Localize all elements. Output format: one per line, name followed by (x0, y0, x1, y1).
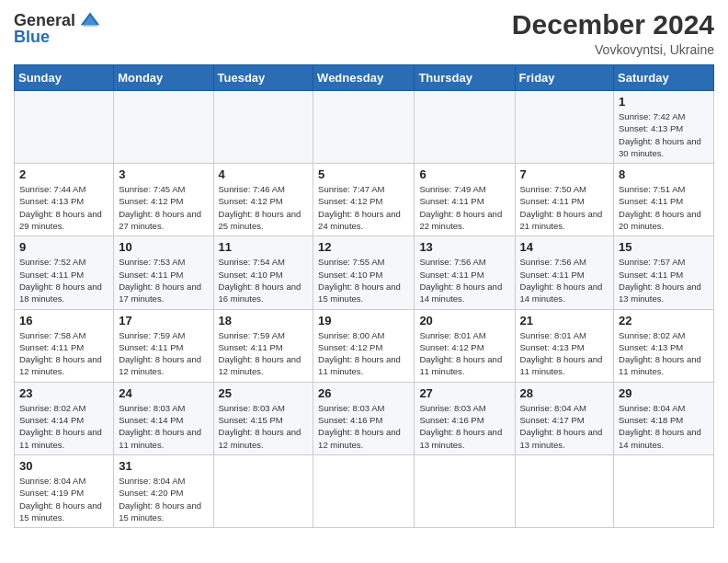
calendar-week-row: 30Sunrise: 8:04 AMSunset: 4:19 PMDayligh… (15, 454, 714, 527)
day-number: 23 (19, 386, 108, 400)
calendar-cell: 18Sunrise: 7:59 AMSunset: 4:11 PMDayligh… (213, 309, 313, 382)
day-detail: Sunrise: 7:53 AMSunset: 4:11 PMDaylight:… (119, 256, 208, 304)
day-detail: Sunrise: 8:02 AMSunset: 4:14 PMDaylight:… (19, 402, 108, 451)
day-detail: Sunrise: 8:01 AMSunset: 4:12 PMDaylight:… (419, 329, 509, 378)
calendar-cell: 28Sunrise: 8:04 AMSunset: 4:17 PMDayligh… (515, 382, 614, 454)
calendar-cell: 29Sunrise: 8:04 AMSunset: 4:18 PMDayligh… (614, 382, 714, 454)
day-number: 28 (520, 386, 609, 400)
col-header-saturday: Saturday (614, 65, 714, 91)
col-header-friday: Friday (515, 65, 614, 91)
calendar-cell: 11Sunrise: 7:54 AMSunset: 4:10 PMDayligh… (213, 236, 313, 309)
day-number: 17 (119, 314, 208, 327)
logo-blue: Blue (14, 28, 50, 46)
day-detail: Sunrise: 7:47 AMSunset: 4:12 PMDaylight:… (318, 183, 409, 232)
day-detail: Sunrise: 8:01 AMSunset: 4:13 PMDaylight:… (520, 329, 609, 378)
day-number: 6 (419, 167, 509, 181)
calendar-cell (313, 91, 415, 164)
day-detail: Sunrise: 7:49 AMSunset: 4:11 PMDaylight:… (419, 183, 509, 232)
day-detail: Sunrise: 8:03 AMSunset: 4:15 PMDaylight:… (219, 402, 309, 451)
day-number: 25 (219, 386, 309, 400)
col-header-sunday: Sunday (15, 65, 114, 91)
day-number: 1 (619, 95, 709, 109)
calendar-cell: 22Sunrise: 8:02 AMSunset: 4:13 PMDayligh… (614, 309, 714, 382)
day-detail: Sunrise: 7:58 AMSunset: 4:11 PMDaylight:… (19, 329, 108, 378)
day-number: 13 (419, 240, 509, 254)
day-number: 7 (520, 167, 609, 181)
calendar-cell: 2Sunrise: 7:44 AMSunset: 4:13 PMDaylight… (15, 164, 114, 236)
day-detail: Sunrise: 8:02 AMSunset: 4:13 PMDaylight:… (619, 329, 709, 378)
day-number: 4 (219, 167, 309, 181)
day-detail: Sunrise: 7:50 AMSunset: 4:11 PMDaylight:… (520, 183, 609, 232)
calendar-cell: 27Sunrise: 8:03 AMSunset: 4:16 PMDayligh… (415, 382, 515, 454)
day-number: 26 (318, 386, 409, 400)
calendar-cell: 19Sunrise: 8:00 AMSunset: 4:12 PMDayligh… (313, 309, 415, 382)
day-number: 27 (419, 386, 509, 400)
col-header-tuesday: Tuesday (213, 65, 313, 91)
calendar-cell (515, 91, 614, 164)
calendar-cell (213, 454, 313, 527)
day-detail: Sunrise: 7:55 AMSunset: 4:10 PMDaylight:… (318, 256, 409, 304)
calendar-week-row: 2Sunrise: 7:44 AMSunset: 4:13 PMDaylight… (15, 164, 714, 236)
calendar-cell: 20Sunrise: 8:01 AMSunset: 4:12 PMDayligh… (415, 309, 515, 382)
day-number: 24 (119, 386, 208, 400)
calendar-cell (313, 454, 415, 527)
calendar-cell: 23Sunrise: 8:02 AMSunset: 4:14 PMDayligh… (15, 382, 114, 454)
day-detail: Sunrise: 8:03 AMSunset: 4:16 PMDaylight:… (318, 402, 409, 451)
day-detail: Sunrise: 7:59 AMSunset: 4:11 PMDaylight:… (219, 329, 309, 378)
calendar-cell: 5Sunrise: 7:47 AMSunset: 4:12 PMDaylight… (313, 164, 415, 236)
day-detail: Sunrise: 7:56 AMSunset: 4:11 PMDaylight:… (419, 256, 509, 304)
calendar-cell: 1Sunrise: 7:42 AMSunset: 4:13 PMDaylight… (614, 91, 714, 164)
title-section: December 2024 Vovkovyntsi, Ukraine (512, 9, 714, 57)
logo: General Blue (14, 9, 101, 47)
day-number: 20 (419, 314, 509, 327)
location: Vovkovyntsi, Ukraine (512, 42, 714, 57)
day-number: 21 (520, 314, 609, 327)
calendar-cell: 15Sunrise: 7:57 AMSunset: 4:11 PMDayligh… (614, 236, 714, 309)
day-detail: Sunrise: 7:45 AMSunset: 4:12 PMDaylight:… (119, 183, 208, 232)
day-detail: Sunrise: 8:03 AMSunset: 4:16 PMDaylight:… (419, 402, 509, 451)
calendar-cell (15, 91, 114, 164)
day-number: 2 (19, 167, 108, 181)
day-number: 16 (19, 314, 108, 327)
day-detail: Sunrise: 7:56 AMSunset: 4:11 PMDaylight:… (520, 256, 609, 304)
day-detail: Sunrise: 8:03 AMSunset: 4:14 PMDaylight:… (119, 402, 208, 451)
day-detail: Sunrise: 8:04 AMSunset: 4:20 PMDaylight:… (119, 475, 208, 523)
day-detail: Sunrise: 8:04 AMSunset: 4:18 PMDaylight:… (619, 402, 709, 451)
col-header-monday: Monday (114, 65, 213, 91)
day-detail: Sunrise: 7:46 AMSunset: 4:12 PMDaylight:… (219, 183, 309, 232)
day-number: 8 (619, 167, 709, 181)
calendar-cell: 8Sunrise: 7:51 AMSunset: 4:11 PMDaylight… (614, 164, 714, 236)
calendar-cell: 6Sunrise: 7:49 AMSunset: 4:11 PMDaylight… (415, 164, 515, 236)
day-number: 19 (318, 314, 409, 327)
calendar-week-row: 1Sunrise: 7:42 AMSunset: 4:13 PMDaylight… (15, 91, 714, 164)
day-number: 12 (318, 240, 409, 254)
calendar-cell: 16Sunrise: 7:58 AMSunset: 4:11 PMDayligh… (15, 309, 114, 382)
calendar-cell: 25Sunrise: 8:03 AMSunset: 4:15 PMDayligh… (213, 382, 313, 454)
day-number: 30 (19, 459, 108, 473)
calendar: SundayMondayTuesdayWednesdayThursdayFrid… (14, 64, 714, 528)
col-header-thursday: Thursday (415, 65, 515, 91)
calendar-cell: 30Sunrise: 8:04 AMSunset: 4:19 PMDayligh… (15, 454, 114, 527)
day-number: 9 (19, 240, 108, 254)
calendar-cell: 12Sunrise: 7:55 AMSunset: 4:10 PMDayligh… (313, 236, 415, 309)
header: General Blue December 2024 Vovkovyntsi, … (14, 9, 714, 57)
day-number: 31 (119, 459, 208, 473)
day-detail: Sunrise: 7:44 AMSunset: 4:13 PMDaylight:… (19, 183, 108, 232)
day-detail: Sunrise: 8:00 AMSunset: 4:12 PMDaylight:… (318, 329, 409, 378)
day-detail: Sunrise: 7:42 AMSunset: 4:13 PMDaylight:… (619, 110, 709, 159)
calendar-cell: 13Sunrise: 7:56 AMSunset: 4:11 PMDayligh… (415, 236, 515, 309)
calendar-cell (415, 91, 515, 164)
calendar-cell: 4Sunrise: 7:46 AMSunset: 4:12 PMDaylight… (213, 164, 313, 236)
calendar-header-row: SundayMondayTuesdayWednesdayThursdayFrid… (15, 65, 714, 91)
month-year: December 2024 (512, 9, 714, 40)
day-number: 15 (619, 240, 709, 254)
day-detail: Sunrise: 7:57 AMSunset: 4:11 PMDaylight:… (619, 256, 709, 304)
calendar-cell: 3Sunrise: 7:45 AMSunset: 4:12 PMDaylight… (114, 164, 213, 236)
calendar-cell: 9Sunrise: 7:52 AMSunset: 4:11 PMDaylight… (15, 236, 114, 309)
day-detail: Sunrise: 8:04 AMSunset: 4:17 PMDaylight:… (520, 402, 609, 451)
calendar-cell: 14Sunrise: 7:56 AMSunset: 4:11 PMDayligh… (515, 236, 614, 309)
calendar-cell (114, 91, 213, 164)
day-number: 10 (119, 240, 208, 254)
page: General Blue December 2024 Vovkovyntsi, … (0, 0, 728, 563)
day-number: 14 (520, 240, 609, 254)
